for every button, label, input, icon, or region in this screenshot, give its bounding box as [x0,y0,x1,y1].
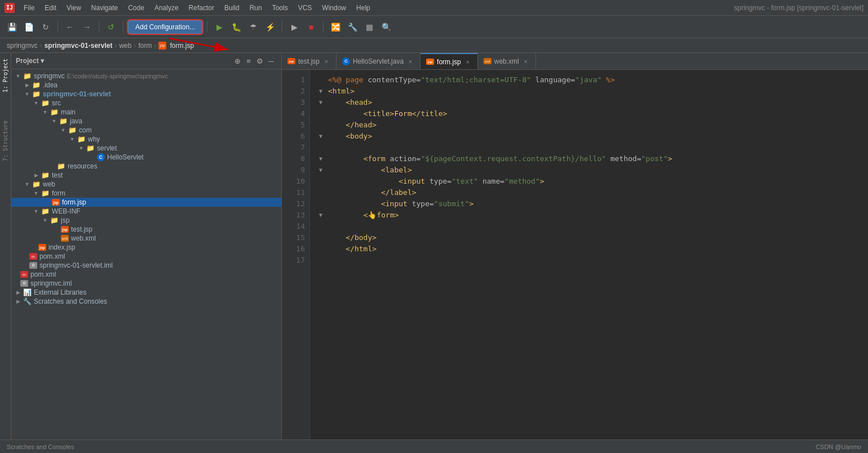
bottom-bar: Scratches and Consoles CSDN @Uanmo [0,439,868,453]
tree-item-test[interactable]: ▶ 📁 test [11,171,281,180]
code-editor[interactable]: 1 2 3 4 5 6 7 8 9 10 11 12 13 14 15 16 1… [282,70,868,439]
tree-item-main[interactable]: ▼ 📁 main [11,108,281,117]
tree-item-java[interactable]: ▼ 📁 java [11,117,281,126]
tree-label: External Libraries [34,288,86,296]
save-button[interactable]: 💾 [5,20,19,34]
structure-button[interactable]: ▦ [362,20,377,34]
line-num-2: 2 [282,86,305,97]
save-all-button[interactable]: 📄 [21,20,36,34]
project-settings-button[interactable]: ⚙ [254,55,265,66]
breadcrumb-file[interactable]: form.jsp [170,42,194,50]
menu-code[interactable]: Code [123,3,149,13]
tree-item-web-xml[interactable]: xml web.xml [11,234,281,243]
menu-navigate[interactable]: Navigate [87,3,122,13]
tree-item-web[interactable]: ▼ 📁 web [11,180,281,189]
sidebar-tab-structure[interactable]: 7: Structure [1,117,10,165]
tree-item-form-jsp[interactable]: jsp form.jsp [11,198,281,207]
tree-item-form-dir[interactable]: ▼ 📁 form [11,189,281,198]
fold-gutter[interactable]: ▼ [319,86,326,97]
menu-vcs[interactable]: VCS [294,3,317,13]
menu-view[interactable]: View [62,3,86,13]
tree-item-webinf[interactable]: ▼ 📁 WEB-INF [11,207,281,216]
tree-item-pom-sub[interactable]: m pom.xml [11,252,281,261]
tab-close-button[interactable]: × [406,57,414,65]
tree-item-iml-sub[interactable]: ⚙ springmvc-01-servlet.iml [11,261,281,270]
back-button[interactable]: ← [63,20,77,34]
fold-gutter[interactable] [319,187,326,198]
breadcrumb-form[interactable]: form [138,42,152,50]
tab-test-jsp[interactable]: jsp test.jsp × [282,53,336,70]
project-hide-button[interactable]: ─ [265,55,277,66]
search-button[interactable]: 🔍 [379,20,393,34]
project-scope-button[interactable]: ⊕ [232,55,243,66]
profile-button[interactable]: ⚡ [263,20,277,34]
fold-gutter[interactable] [319,176,326,187]
tab-form-jsp[interactable]: jsp form.jsp × [420,53,478,70]
settings-button[interactable]: 🔧 [345,20,360,34]
menu-build[interactable]: Build [220,3,244,13]
tab-close-button[interactable]: × [322,57,330,65]
menu-file[interactable]: File [19,3,39,13]
project-collapse-button[interactable]: ≡ [243,55,254,66]
breadcrumb-servlet[interactable]: springmvc-01-servlet [45,42,113,50]
fold-gutter[interactable]: ▼ [319,210,326,221]
line-num-12: 12 [282,198,305,210]
breadcrumb-springmvc[interactable]: springmvc [7,42,38,50]
tree-item-external-libs[interactable]: ▶ 📊 External Libraries [11,288,281,297]
tree-item-HelloServlet[interactable]: C HelloServlet [11,153,281,162]
menu-analyze[interactable]: Analyze [150,3,183,13]
menu-help[interactable]: Help [352,3,375,13]
tree-item-why[interactable]: ▼ 📁 why [11,135,281,144]
fold-gutter[interactable] [319,142,326,153]
tree-item-jsp-dir[interactable]: ▼ 📁 jsp [11,216,281,225]
menu-window[interactable]: Window [317,3,351,13]
tree-item-iml-root[interactable]: ⚙ springmvc.iml [11,279,281,288]
tree-item-scratches[interactable]: ▶ 🔧 Scratches and Consoles [11,297,281,306]
fold-gutter[interactable]: ▼ [319,97,326,108]
revert-button[interactable]: ↺ [104,20,118,34]
tree-item-servlet-dir[interactable]: ▼ 📁 servlet [11,144,281,153]
stop-button[interactable]: ■ [304,20,318,34]
breadcrumb-web[interactable]: web [119,42,131,50]
tree-item-springmvc-01[interactable]: ▼ 📁 springmvc-01-servlet [11,90,281,99]
tree-item-idea[interactable]: ▶ 📁 .idea [11,81,281,90]
fold-gutter[interactable]: ▼ [319,153,326,165]
tree-item-test-jsp[interactable]: jsp test.jsp [11,225,281,234]
fold-gutter[interactable] [319,243,326,255]
tree-item-com[interactable]: ▼ 📁 com [11,126,281,135]
code-text: "text/html;charset=UTF-8" [420,74,531,86]
code-content[interactable]: <%@ page contentType="text/html;charset=… [310,70,868,439]
fold-gutter[interactable] [319,255,326,266]
vcs-button[interactable]: 🔀 [328,20,343,34]
tab-close-button[interactable]: × [464,58,472,66]
tree-item-pom-root[interactable]: m pom.xml [11,270,281,279]
forward-button[interactable]: → [79,20,94,34]
fold-gutter[interactable]: ▼ [319,131,326,142]
fold-gutter[interactable] [319,221,326,232]
debug-button[interactable]: 🐛 [229,20,243,34]
menu-refactor[interactable]: Refactor [184,3,219,13]
tree-label: springmvc.iml [30,279,72,287]
fold-gutter[interactable]: ▼ [319,165,326,176]
run-button[interactable]: ▶ [212,20,227,34]
tree-item-resources[interactable]: 📁 resources [11,162,281,171]
tree-item-springmvc[interactable]: ▼ 📁 springmvc E:\codes\study-springmvc\s… [11,72,281,81]
fold-gutter[interactable] [319,74,326,86]
sync-button[interactable]: ↻ [38,20,53,34]
menu-run[interactable]: Run [245,3,267,13]
tab-close-button[interactable]: × [522,57,530,65]
fold-gutter[interactable] [319,232,326,243]
sidebar-tab-project[interactable]: 1: Project [1,55,10,96]
menu-edit[interactable]: Edit [40,3,61,13]
fold-gutter[interactable] [319,108,326,119]
add-configuration-button[interactable]: Add Configuration... [128,20,202,34]
menu-tools[interactable]: Tools [268,3,293,13]
tree-item-index-jsp[interactable]: jsp index.jsp [11,243,281,252]
tree-item-src[interactable]: ▼ 📁 src [11,99,281,108]
coverage-button[interactable]: ☂ [246,20,260,34]
tab-HelloServlet[interactable]: C HelloServlet.java × [336,53,420,70]
tab-web-xml[interactable]: xml web.xml × [478,53,536,70]
fold-gutter[interactable] [319,198,326,210]
run-config-button[interactable]: ▶ [287,20,302,34]
fold-gutter[interactable] [319,119,326,131]
